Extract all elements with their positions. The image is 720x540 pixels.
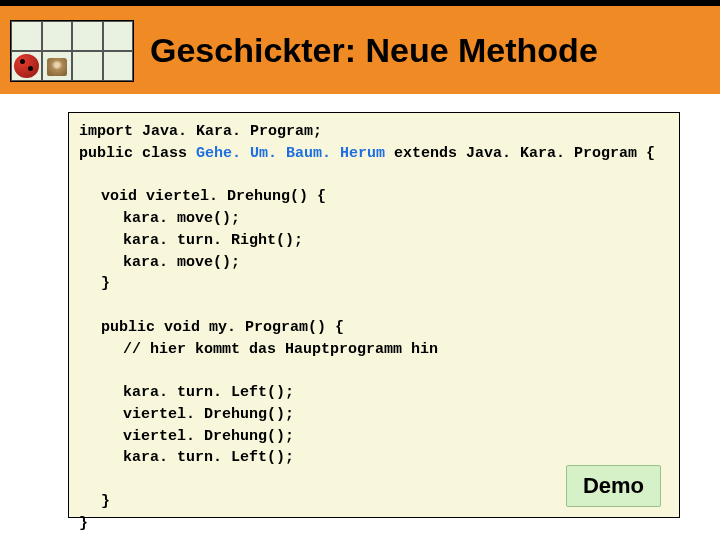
grid-cell: [42, 51, 73, 81]
code-line: import Java. Kara. Program;: [79, 121, 669, 143]
blank-line: [79, 165, 669, 187]
grid-cell: [103, 51, 134, 81]
code-line: kara. move();: [123, 252, 669, 274]
grid-cell: [72, 51, 103, 81]
code-line: kara. turn. Right();: [123, 230, 669, 252]
grid-cell: [72, 21, 103, 51]
code-text: viertel. Drehung() {: [137, 188, 326, 205]
code-line: }: [101, 273, 669, 295]
grid-cell: [42, 21, 73, 51]
code-text: Java. Kara. Program;: [133, 123, 322, 140]
code-line: public void my. Program() {: [101, 317, 669, 339]
code-line: viertel. Drehung();: [123, 404, 669, 426]
code-comment: // hier kommt das Hauptprogramm hin: [123, 339, 669, 361]
code-line: void viertel. Drehung() {: [101, 186, 669, 208]
slide-header: Geschickter: Neue Methode: [0, 0, 720, 94]
grid-cell: [11, 21, 42, 51]
code-text: my. Program() {: [200, 319, 344, 336]
code-text: Java. Kara. Program {: [457, 145, 655, 162]
code-line: }: [79, 513, 669, 535]
ladybug-icon: [14, 54, 39, 78]
code-line: kara. move();: [123, 208, 669, 230]
keyword: extends: [385, 145, 457, 162]
blank-line: [79, 295, 669, 317]
slide-title: Geschickter: Neue Methode: [150, 31, 598, 70]
tree-stump-icon: [47, 58, 68, 76]
keyword: void: [101, 188, 137, 205]
keyword: public void: [101, 319, 200, 336]
class-name: Gehe. Um. Baum. Herum: [196, 145, 385, 162]
kara-grid: [10, 20, 134, 82]
keyword: import: [79, 123, 133, 140]
code-block: import Java. Kara. Program; public class…: [68, 112, 680, 518]
grid-cell: [103, 21, 134, 51]
grid-cell: [11, 51, 42, 81]
blank-line: [79, 360, 669, 382]
code-line: viertel. Drehung();: [123, 426, 669, 448]
demo-button[interactable]: Demo: [566, 465, 661, 507]
code-line: kara. turn. Left();: [123, 382, 669, 404]
keyword: public class: [79, 145, 196, 162]
code-line: public class Gehe. Um. Baum. Herum exten…: [79, 143, 669, 165]
